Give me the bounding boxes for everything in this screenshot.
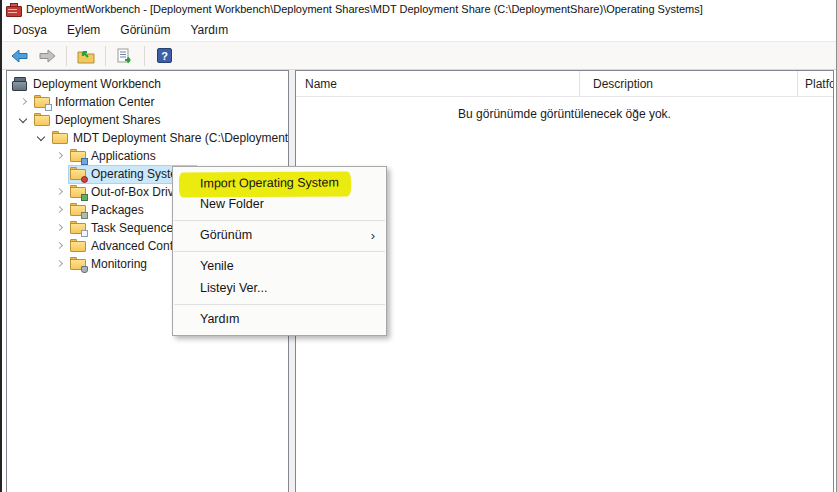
menu-separator — [174, 220, 385, 221]
folder-os-icon — [70, 167, 87, 181]
folder-task-sequences-icon — [70, 221, 87, 235]
tree-item-label: Deployment Shares — [55, 113, 160, 127]
expander-icon[interactable] — [33, 130, 51, 146]
context-menu-item-yardim[interactable]: Yardım — [173, 309, 386, 331]
expander-icon — [51, 166, 69, 182]
tree-item-label: Task Sequences — [91, 221, 179, 235]
folder-packages-icon — [70, 203, 87, 217]
help-icon[interactable]: ? — [153, 45, 175, 67]
deployment-workbench-window: DeploymentWorkbench - [Deployment Workbe… — [0, 0, 837, 492]
results-header: Name Description Platform — [296, 71, 833, 97]
context-menu: Import Operating System New Folder Görün… — [172, 166, 387, 336]
tree-item-label: MDT Deployment Share (C:\DeploymentShare… — [73, 131, 289, 145]
context-menu-item-gorunum[interactable]: Görünüm — [173, 225, 386, 247]
expander-icon[interactable] — [51, 256, 69, 272]
svg-text:?: ? — [161, 50, 168, 62]
folder-monitoring-icon — [70, 257, 87, 271]
menu-item-label: Görünüm — [200, 228, 252, 242]
show-console-tree-icon[interactable] — [75, 45, 97, 67]
toolbar: ? — [2, 41, 836, 70]
expander-icon[interactable] — [51, 148, 69, 164]
tree-item-label: Packages — [91, 203, 144, 217]
menu-separator — [174, 304, 385, 305]
title-bar: DeploymentWorkbench - [Deployment Workbe… — [2, 0, 836, 18]
tree-item-deployment-shares[interactable]: Deployment Shares — [7, 111, 288, 129]
workbench-icon — [12, 77, 29, 91]
menu-dosya[interactable]: Dosya — [3, 20, 57, 40]
tree-item-mdt-deployment-share[interactable]: MDT Deployment Share (C:\DeploymentShare… — [7, 129, 288, 147]
expander-icon[interactable] — [51, 202, 69, 218]
expander-icon[interactable] — [51, 238, 69, 254]
toolbar-separator — [66, 46, 67, 66]
toolbar-separator — [144, 46, 145, 66]
column-header-description[interactable]: Description — [580, 71, 798, 96]
menu-separator — [174, 251, 385, 252]
column-header-platform[interactable]: Platform — [798, 71, 833, 96]
export-list-icon[interactable] — [114, 45, 136, 67]
expander-icon[interactable] — [51, 220, 69, 236]
empty-view-message: Bu görünümde görüntülenecek öğe yok. — [296, 107, 833, 121]
tree-item-information-center[interactable]: Information Center — [7, 93, 288, 111]
submenu-arrow-icon — [371, 225, 375, 246]
context-menu-item-new-folder[interactable]: New Folder — [173, 194, 386, 216]
tree-item-label: Monitoring — [91, 257, 147, 271]
window-title: DeploymentWorkbench - [Deployment Workbe… — [26, 3, 703, 15]
expander-icon[interactable] — [15, 112, 33, 128]
menu-gorunum[interactable]: Görünüm — [110, 20, 180, 40]
folder-icon — [52, 131, 69, 145]
menu-bar: Dosya Eylem Görünüm Yardım — [2, 18, 836, 41]
forward-icon[interactable] — [36, 45, 58, 67]
context-menu-item-import-operating-system[interactable]: Import Operating System — [173, 172, 386, 194]
menu-yardim[interactable]: Yardım — [180, 20, 238, 40]
tree-item-label: Applications — [91, 149, 156, 163]
expander-icon[interactable] — [51, 184, 69, 200]
tree-item-deployment-workbench[interactable]: Deployment Workbench — [7, 75, 288, 93]
column-header-name[interactable]: Name — [296, 71, 580, 96]
context-menu-item-yenile[interactable]: Yenile — [173, 256, 386, 278]
folder-drivers-icon — [70, 185, 87, 199]
toolbar-separator — [105, 46, 106, 66]
folder-applications-icon — [70, 149, 87, 163]
menu-eylem[interactable]: Eylem — [57, 20, 110, 40]
folder-icon — [34, 113, 51, 127]
folder-info-icon — [34, 95, 51, 109]
app-icon — [6, 3, 21, 16]
context-menu-item-listeyi-ver[interactable]: Listeyi Ver... — [173, 278, 386, 300]
back-icon[interactable] — [9, 45, 31, 67]
folder-icon — [70, 239, 87, 253]
tree-item-label: Deployment Workbench — [33, 77, 161, 91]
tree-item-applications[interactable]: Applications — [7, 147, 288, 165]
main-area: Deployment Workbench Information Center … — [4, 70, 835, 492]
tree-item-label: Information Center — [55, 95, 154, 109]
expander-icon[interactable] — [15, 94, 33, 110]
